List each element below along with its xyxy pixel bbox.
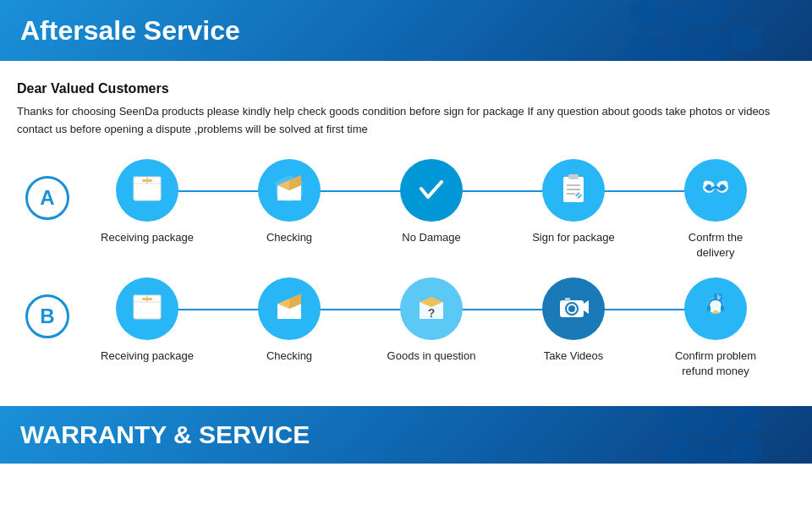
header-banner: Aftersale Service	[0, 0, 812, 61]
svg-rect-0	[134, 182, 161, 200]
row-b: B Recei	[25, 277, 787, 379]
footer-title: WARRANTY & SERVICE	[20, 420, 310, 449]
svg-point-37	[713, 310, 718, 314]
main-content: Dear Valued Customers Thanks for choosin…	[0, 61, 812, 393]
checkmark-icon	[413, 170, 450, 211]
svg-rect-18	[134, 300, 161, 319]
step-a3: No Damage	[360, 159, 502, 245]
step-b5-label: Confirm problemrefund money	[675, 349, 756, 379]
box-icon-b	[129, 288, 166, 329]
step-a2-label: Checking	[266, 230, 312, 245]
step-a4-circle	[542, 159, 605, 222]
svg-rect-32	[565, 298, 570, 301]
step-b5: Confirm problemrefund money	[645, 277, 787, 379]
step-a5-label: Confrm the delivery	[669, 230, 762, 261]
step-b1-circle	[116, 277, 178, 340]
step-b2: Checking	[218, 277, 360, 364]
svg-rect-3	[142, 179, 152, 182]
row-b-steps: Receiving package Chec	[76, 277, 787, 379]
svg-point-17	[720, 184, 725, 189]
step-a3-circle	[400, 159, 463, 222]
footer-banner: WARRANTY & SERVICE	[0, 406, 812, 464]
step-a4-label: Sign for package	[532, 230, 615, 245]
box-icon	[129, 170, 166, 211]
step-b3-circle: ?	[400, 277, 463, 340]
step-b4-label: Take Videos	[544, 349, 604, 364]
svg-point-16	[706, 184, 711, 189]
step-b4-circle	[542, 277, 605, 340]
step-b1: Receiving package	[76, 277, 218, 364]
step-b5-circle	[684, 277, 747, 340]
footer-decoration	[663, 406, 761, 464]
row-a-label: A	[25, 176, 69, 220]
description-text: Thanks for choosing SeenDa products plea…	[17, 103, 795, 139]
dear-title: Dear Valued Customers	[17, 81, 795, 96]
step-a3-label: No Damage	[402, 230, 460, 245]
steps-section: A Recei	[17, 159, 795, 380]
step-a4: Sign for package	[502, 159, 645, 245]
step-b2-circle	[258, 277, 321, 340]
step-b4: Take Videos	[502, 277, 645, 364]
row-b-label: B	[25, 294, 69, 338]
step-a5: Confrm the delivery	[645, 159, 787, 261]
header-decoration	[629, 0, 761, 61]
camera-icon	[555, 288, 592, 329]
header-title: Aftersale Service	[20, 15, 240, 47]
svg-point-30	[568, 305, 575, 312]
svg-rect-21	[142, 298, 152, 300]
svg-rect-10	[568, 174, 579, 179]
step-a1-circle	[116, 159, 178, 222]
question-box-icon: ?	[413, 288, 450, 329]
row-a-steps: Receiving package	[76, 159, 787, 261]
step-b3: ? Goods in question	[360, 277, 502, 364]
step-a1: Receiving package	[76, 159, 218, 245]
step-a5-circle	[684, 159, 747, 222]
step-a2: Checking	[218, 159, 360, 245]
svg-rect-35	[707, 305, 710, 311]
row-a: A Recei	[25, 159, 787, 261]
step-a2-circle	[258, 159, 321, 222]
step-a1-label: Receiving package	[101, 230, 194, 245]
headset-icon	[697, 288, 734, 329]
open-box-icon-b	[271, 288, 308, 329]
handshake-icon	[697, 170, 734, 211]
clipboard-icon	[555, 170, 592, 211]
svg-marker-31	[584, 300, 589, 314]
step-b1-label: Receiving package	[101, 349, 194, 364]
step-b3-label: Goods in question	[387, 349, 476, 364]
step-b2-label: Checking	[266, 349, 312, 364]
svg-text:?: ?	[428, 306, 436, 320]
svg-rect-36	[721, 305, 724, 311]
open-box-icon	[271, 170, 308, 211]
